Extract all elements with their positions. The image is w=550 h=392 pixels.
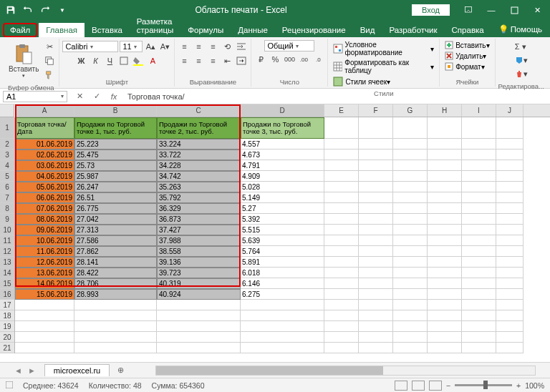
cell[interactable]: 35.792 [157,192,241,203]
cell[interactable]: 6.018 [241,268,324,278]
cell[interactable] [74,300,157,310]
wrap-text-icon[interactable] [235,40,248,53]
cell[interactable] [428,310,462,321]
cell[interactable] [393,150,428,160]
cell[interactable] [462,332,496,343]
cell[interactable] [496,214,524,225]
column-header[interactable]: D [241,104,324,117]
cell[interactable]: 33.224 [157,139,241,150]
cell[interactable] [462,214,496,225]
cell[interactable]: 4.557 [241,139,324,150]
cell[interactable] [393,235,428,246]
currency-icon[interactable]: ₽ [254,53,267,66]
cell[interactable]: 27.586 [74,235,157,246]
decrease-font-icon[interactable]: A▾ [158,40,171,53]
cell[interactable] [324,192,359,203]
cell[interactable] [428,214,462,225]
merge-icon[interactable] [235,54,248,67]
cell[interactable] [393,310,428,321]
ribbon-options-icon[interactable] [458,0,478,20]
cell[interactable] [462,160,496,171]
cell[interactable]: Торговая точка/Дата [15,117,74,139]
tab-file[interactable]: Файл [3,23,37,37]
cell[interactable] [15,300,74,310]
cell[interactable] [324,321,359,332]
number-format-combo[interactable]: Общий▾ [264,40,314,52]
cell[interactable] [428,332,462,343]
cell[interactable] [496,268,524,278]
view-break-icon[interactable] [429,381,442,391]
insert-cells-button[interactable]: Вставить ▾ [443,40,491,50]
cell[interactable] [324,257,359,268]
row-header[interactable]: 15 [0,278,14,289]
cell[interactable] [324,310,359,321]
cell[interactable] [496,192,524,203]
cell[interactable] [393,278,428,289]
cell[interactable] [324,160,359,171]
cell[interactable]: 33.722 [157,150,241,160]
row-header[interactable]: 11 [0,235,14,246]
tab-developer[interactable]: Разработчик [382,23,444,37]
cell[interactable] [393,214,428,225]
cell[interactable] [428,268,462,278]
cell[interactable] [428,300,462,310]
cell[interactable] [428,235,462,246]
cell[interactable] [241,310,324,321]
cell[interactable]: 5.891 [241,257,324,268]
column-header[interactable]: G [393,104,428,117]
cell[interactable] [496,203,524,214]
column-header[interactable]: I [462,104,496,117]
cell[interactable] [359,117,393,139]
cell[interactable] [462,171,496,182]
cell[interactable] [462,235,496,246]
save-icon[interactable] [3,2,19,18]
cell[interactable] [324,203,359,214]
cell[interactable] [324,332,359,343]
cell[interactable] [428,150,462,160]
fill-color-icon[interactable] [132,54,145,67]
cell[interactable] [393,182,428,192]
cell[interactable] [359,192,393,203]
cell[interactable] [428,192,462,203]
cell[interactable]: Продажи по Торговой точке 1, тыс. руб. [74,117,157,139]
row-header[interactable]: 18 [0,310,14,321]
cell[interactable] [359,310,393,321]
name-box[interactable]: A1▾ [3,91,67,102]
cell[interactable] [496,321,524,332]
cell[interactable]: 26.247 [74,182,157,192]
cells-area[interactable]: Торговая точка/ДатаПродажи по Торговой т… [15,117,550,353]
indent-dec-icon[interactable]: ⇤ [221,54,233,67]
cell[interactable] [462,310,496,321]
cell[interactable]: 39.723 [157,268,241,278]
comma-icon[interactable]: 000 [283,53,296,66]
cell[interactable] [324,343,359,353]
cell[interactable] [324,246,359,257]
cell[interactable]: 40.924 [157,289,241,300]
cell[interactable]: 09.06.2019 [15,225,74,235]
cell[interactable]: 06.06.2019 [15,192,74,203]
cell[interactable] [359,300,393,310]
row-header[interactable]: 4 [0,160,14,171]
cell[interactable]: 28.993 [74,289,157,300]
cell[interactable] [462,246,496,257]
cell[interactable]: 5.149 [241,192,324,203]
row-header[interactable]: 21 [0,343,14,353]
row-header[interactable]: 8 [0,203,14,214]
row-header[interactable]: 5 [0,171,14,182]
cell[interactable] [393,289,428,300]
row-header[interactable]: 16 [0,289,14,300]
cell[interactable] [324,214,359,225]
cell[interactable] [393,171,428,182]
cell[interactable]: 08.06.2019 [15,214,74,225]
cell[interactable]: 01.06.2019 [15,139,74,150]
cell[interactable]: 37.988 [157,235,241,246]
cell[interactable] [324,225,359,235]
cell[interactable] [496,150,524,160]
tab-formulas[interactable]: Формулы [180,23,231,37]
tab-layout[interactable]: Разметка страницы [130,14,180,37]
cell[interactable]: 25.987 [74,171,157,182]
cell[interactable] [359,246,393,257]
row-header[interactable]: 14 [0,268,14,278]
cell[interactable]: 4.909 [241,171,324,182]
cell[interactable] [428,246,462,257]
